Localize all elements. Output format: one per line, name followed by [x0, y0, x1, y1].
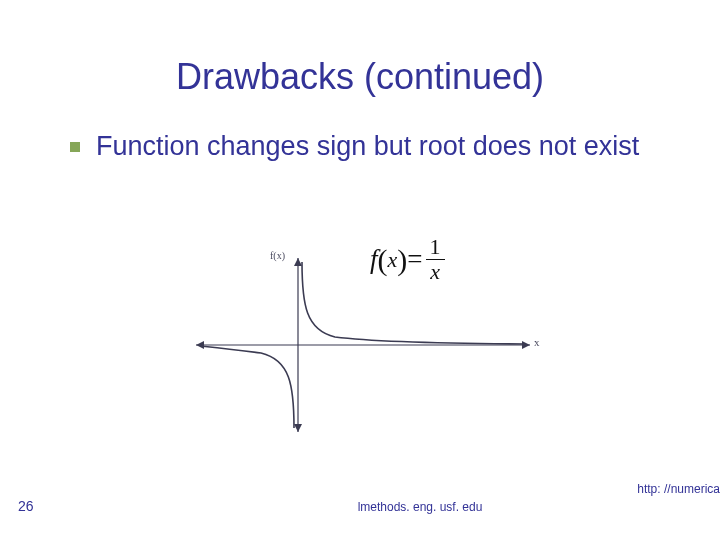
svg-marker-5: [294, 424, 302, 432]
equation-lparen: (: [378, 243, 388, 277]
equation-fraction: 1 x: [426, 236, 445, 283]
svg-marker-4: [294, 258, 302, 266]
equation-denominator: x: [430, 260, 440, 283]
equation: f ( x ) = 1 x: [370, 236, 445, 283]
equation-eq: =: [407, 244, 422, 275]
x-axis-label: x: [534, 336, 540, 348]
equation-numerator: 1: [426, 236, 445, 260]
slide: Drawbacks (continued) Function changes s…: [0, 0, 720, 540]
equation-rparen: ): [397, 243, 407, 277]
equation-arg: x: [388, 247, 398, 273]
svg-marker-2: [196, 341, 204, 349]
footer-right-link: http: //numerica: [637, 482, 720, 496]
square-bullet-icon: [70, 142, 80, 152]
bullet-text: Function changes sign but root does not …: [96, 130, 639, 164]
figure: f(x) x f ( x ) = 1 x: [190, 250, 550, 440]
svg-marker-1: [522, 341, 530, 349]
page-title: Drawbacks (continued): [0, 56, 720, 98]
y-axis-label: f(x): [270, 250, 285, 261]
footer-center-text: lmethods. eng. usf. edu: [0, 500, 720, 514]
equation-f: f: [370, 244, 378, 275]
bullet-item: Function changes sign but root does not …: [70, 130, 680, 164]
